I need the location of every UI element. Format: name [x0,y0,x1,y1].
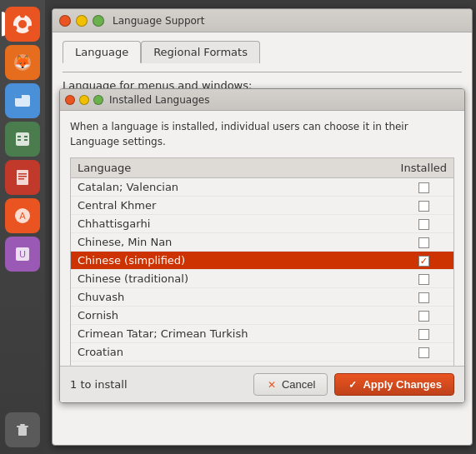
checkbox-icon[interactable] [418,237,429,248]
installed-checkbox[interactable] [394,178,453,197]
language-name: Chuvash [71,288,394,307]
svg-rect-11 [18,139,21,141]
svg-rect-23 [17,426,28,427]
installed-checkbox[interactable] [394,288,453,307]
installed-checkbox[interactable] [394,325,453,343]
apply-changes-button[interactable]: ✓ Apply Changes [334,373,454,396]
close-button[interactable] [59,15,71,27]
checkbox-icon[interactable] [418,274,429,285]
taskbar-software[interactable]: A [5,198,40,233]
checkbox-icon[interactable] [418,182,429,193]
inner-min-button[interactable] [79,95,89,105]
text-editor-icon: U [13,244,33,264]
installed-checkbox[interactable] [394,215,453,233]
language-name: Chinese, Min Nan [71,233,394,252]
svg-point-1 [18,20,27,28]
docs-icon [13,167,33,187]
checkbox-icon[interactable] [418,311,429,322]
svg-text:🦊: 🦊 [14,54,31,70]
ubuntu-logo-icon [12,13,33,35]
trash-icon-img [13,421,32,439]
installed-checkbox[interactable] [394,343,453,362]
svg-rect-10 [18,136,21,137]
tab-language[interactable]: Language [63,41,141,63]
languages-table-scroll[interactable]: Language Installed Catalan; ValencianCen… [70,157,454,391]
checkbox-icon[interactable] [418,329,429,340]
inner-dialog-content: When a language is installed, individual… [60,111,464,399]
svg-point-3 [28,26,33,31]
maximize-button[interactable] [93,15,104,27]
tab-regional[interactable]: Regional Formats [141,41,260,63]
col-language: Language [71,158,394,178]
inner-close-button[interactable] [65,95,75,105]
checkbox-icon[interactable] [418,347,429,358]
table-row[interactable]: Crimean Tatar; Crimean Turkish [71,325,453,343]
col-installed: Installed [394,158,453,178]
checkbox-icon[interactable] [418,219,429,230]
table-row[interactable]: Cornish [71,307,453,325]
svg-text:A: A [19,211,26,222]
description: When a language is installed, individual… [70,119,454,149]
software-icon: A [13,206,33,226]
checkbox-icon[interactable]: ✓ [418,256,429,267]
firefox-icon: 🦊 [12,52,33,73]
table-row[interactable]: Croatian [71,343,453,362]
cancel-icon: ✕ [266,379,278,391]
tab-bar: Language Regional Formats [63,41,462,63]
minimize-button[interactable] [76,15,88,27]
checkbox-icon[interactable] [418,292,429,303]
language-name: Catalan; Valencian [71,178,394,197]
installed-checkbox[interactable] [394,307,453,325]
table-row[interactable]: Chinese (simplified)✓ [71,252,453,270]
taskbar-calc[interactable] [5,122,40,157]
calc-icon [13,129,33,149]
svg-rect-24 [20,424,25,426]
svg-rect-13 [24,139,28,141]
apply-icon: ✓ [347,379,358,391]
language-name: Cornish [71,307,394,325]
language-name: Crimean Tatar; Crimean Turkish [71,325,394,343]
table-row[interactable]: Central Khmer [71,197,453,215]
taskbar-ubuntu[interactable] [5,7,40,42]
table-row[interactable]: Chuvash [71,288,453,307]
svg-rect-14 [17,170,28,185]
table-row[interactable]: Chhattisgarhi [71,215,453,233]
table-row[interactable]: Catalan; Valencian [71,178,453,197]
outer-titlebar: Language Support [53,9,472,32]
language-name: Chinese (simplified) [71,252,394,270]
outer-window-title: Language Support [113,15,204,27]
svg-rect-17 [18,178,24,180]
installed-languages-dialog: Installed Languages When a language is i… [59,88,465,403]
files-icon [13,91,33,111]
svg-text:U: U [19,249,26,260]
installed-checkbox[interactable]: ✓ [394,252,453,270]
apply-label: Apply Changes [363,378,442,391]
svg-point-4 [13,26,18,31]
checkbox-icon[interactable] [418,201,429,212]
svg-rect-8 [15,95,22,98]
language-name: Central Khmer [71,197,394,215]
taskbar-files[interactable] [5,83,40,118]
install-count: 1 to install [70,378,128,391]
language-name: Chinese (traditional) [71,270,394,288]
language-name: Croatian [71,343,394,362]
installed-checkbox[interactable] [394,233,453,252]
taskbar-trash[interactable] [5,412,40,447]
table-row[interactable]: Chinese, Min Nan [71,233,453,252]
language-support-window: Language Support Language Regional Forma… [52,8,473,446]
table-row[interactable]: Chinese (traditional) [71,270,453,288]
installed-checkbox[interactable] [394,270,453,288]
svg-rect-16 [18,176,27,177]
main-window-area: Language Support Language Regional Forma… [45,0,476,454]
taskbar: 🦊 A U [0,0,45,454]
language-name: Chhattisgarhi [71,215,394,233]
installed-checkbox[interactable] [394,197,453,215]
inner-max-button[interactable] [93,95,103,105]
taskbar-browser[interactable]: 🦊 [5,45,40,80]
table-header: Language Installed [71,158,453,178]
cancel-button[interactable]: ✕ Cancel [253,373,328,396]
svg-rect-15 [18,173,27,175]
taskbar-text-editor[interactable]: U [5,237,40,272]
taskbar-docs[interactable] [5,160,40,195]
inner-dialog-bottom: 1 to install ✕ Cancel ✓ Apply Changes [60,366,464,402]
